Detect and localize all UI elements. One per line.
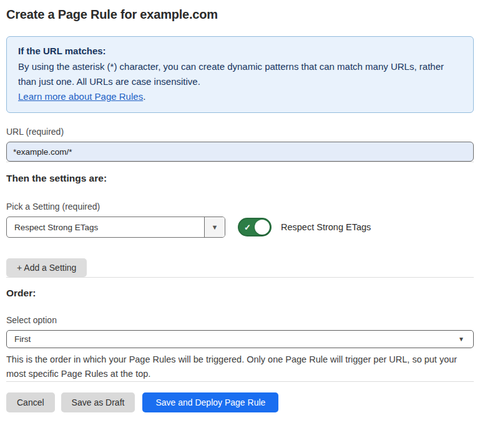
settings-section-heading: Then the settings are:: [6, 173, 474, 184]
setting-select-value: Respect Strong ETags: [7, 217, 204, 237]
setting-toggle[interactable]: ✓: [238, 218, 272, 236]
create-page-rule-form: Create a Page Rule for example.com If th…: [0, 0, 480, 448]
add-setting-button[interactable]: + Add a Setting: [6, 258, 87, 277]
order-section-heading: Order:: [6, 288, 474, 299]
divider: [6, 381, 474, 382]
info-box-link-line: Learn more about Page Rules.: [18, 89, 463, 104]
order-select-dropdown[interactable]: First ▼: [6, 330, 474, 348]
dropdown-arrow-button[interactable]: ▼: [204, 217, 225, 237]
save-as-draft-button[interactable]: Save as Draft: [61, 392, 135, 412]
info-box-body: By using the asterisk (*) character, you…: [18, 59, 463, 89]
page-title: Create a Page Rule for example.com: [6, 7, 474, 22]
order-select-value: First: [14, 334, 458, 344]
url-section: URL (required): [6, 127, 474, 162]
order-help-text: This is the order in which your Page Rul…: [6, 353, 471, 381]
check-icon: ✓: [244, 223, 251, 231]
learn-more-link[interactable]: Learn more about Page Rules: [18, 91, 143, 102]
divider: [6, 277, 474, 278]
action-button-row: Cancel Save as Draft Save and Deploy Pag…: [6, 392, 474, 412]
info-box-heading: If the URL matches:: [18, 44, 463, 59]
setting-select-dropdown[interactable]: Respect Strong ETags ▼: [6, 217, 225, 238]
divider: [6, 162, 474, 162]
order-select-label: Select option: [6, 315, 474, 325]
url-input[interactable]: [6, 142, 474, 162]
setting-toggle-label: Respect Strong ETags: [281, 222, 371, 232]
setting-toggle-wrap: ✓ Respect Strong ETags: [238, 218, 371, 236]
url-match-info-box: If the URL matches: By using the asteris…: [6, 36, 474, 113]
chevron-down-icon: ▼: [212, 223, 218, 231]
cancel-button[interactable]: Cancel: [6, 392, 55, 412]
save-and-deploy-button[interactable]: Save and Deploy Page Rule: [142, 392, 278, 412]
toggle-knob: [255, 220, 270, 235]
link-suffix: .: [143, 91, 145, 102]
url-field-label: URL (required): [6, 127, 474, 137]
setting-row: Respect Strong ETags ▼ ✓ Respect Strong …: [6, 217, 474, 238]
chevron-down-icon: ▼: [458, 336, 464, 343]
pick-setting-label: Pick a Setting (required): [6, 202, 474, 212]
